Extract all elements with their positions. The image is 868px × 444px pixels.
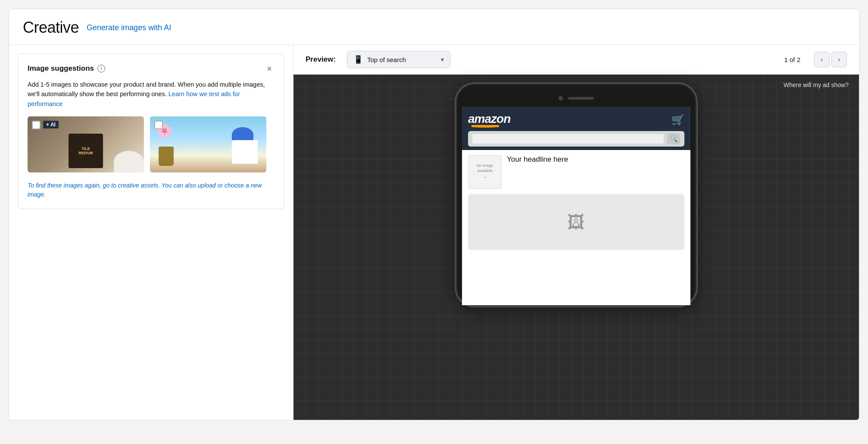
amazon-logo-text: amazon: [468, 112, 510, 126]
where-show-text: Where will my ad show?: [784, 81, 849, 88]
cart-icon: 🛒: [671, 114, 684, 126]
add-image-placeholder: 🖼: [568, 213, 585, 232]
headline-text: Your headline here: [507, 146, 568, 163]
dropdown-text: Top of search: [367, 56, 437, 63]
page-header: Creative Generate images with AI: [9, 9, 859, 45]
left-panel: Image suggestions i × Add 1-5 images to …: [9, 45, 293, 420]
preview-label: Preview:: [306, 55, 336, 64]
nav-buttons: ‹ ›: [814, 52, 847, 67]
preview-dropdown[interactable]: 📱 Top of search ▾: [347, 51, 450, 68]
phone-top-bar: [462, 92, 690, 104]
suggestions-description: Add 1-5 images to showcase your product …: [28, 80, 275, 109]
search-bar[interactable]: 🔍: [468, 131, 684, 147]
image-2-bg: 🌸: [150, 116, 266, 172]
amazon-smile-small-icon: ⌣: [483, 173, 487, 181]
preview-area: Where will my ad show? amazon: [293, 75, 859, 420]
phone-mockup: amazon 🛒 🔍: [456, 83, 697, 306]
search-bar-inner: [472, 134, 664, 144]
image-1-bowl: [114, 151, 144, 172]
close-button[interactable]: ×: [264, 63, 275, 74]
image-checkbox-1[interactable]: [32, 121, 41, 129]
page-title: Creative: [23, 19, 79, 37]
right-panel: Preview: 📱 Top of search ▾ 1 of 2 ‹ › Wh…: [293, 45, 859, 420]
suggestions-header: Image suggestions i ×: [28, 63, 275, 74]
suggestions-note: To find these images again, go to creati…: [28, 181, 275, 199]
chevron-down-icon: ▾: [441, 56, 444, 63]
phone-icon: 📱: [353, 55, 363, 64]
main-content: Image suggestions i × Add 1-5 images to …: [9, 45, 859, 420]
sponsored-unit: No image available ⌣ Your headline here: [462, 150, 690, 194]
image-checkbox-2[interactable]: [154, 121, 163, 129]
image-thumb-2[interactable]: 🌸: [150, 116, 266, 172]
image-2-jar: [159, 147, 174, 166]
amazon-logo-area: amazon 🛒: [468, 112, 684, 128]
no-image-text-2: available: [477, 169, 493, 174]
suggestions-title: Image suggestions: [28, 64, 94, 73]
phone-screen: amazon 🛒 🔍: [462, 107, 690, 305]
main-card: Creative Generate images with AI Image s…: [9, 9, 859, 420]
phone-camera-icon: [559, 96, 563, 100]
search-icon: 🔍: [667, 133, 680, 144]
generate-images-link[interactable]: Generate images with AI: [87, 23, 171, 32]
ai-badge: + AI: [43, 121, 59, 128]
image-2-building: [232, 140, 258, 164]
page-counter: 1 of 2: [784, 56, 800, 63]
preview-toolbar: Preview: 📱 Top of search ▾ 1 of 2 ‹ ›: [293, 45, 859, 75]
image-thumb-1[interactable]: + AI TILEREPAIR: [28, 116, 144, 172]
no-image-text-1: No image: [477, 163, 493, 169]
next-button[interactable]: ›: [831, 52, 847, 67]
product-grid: 🖼: [468, 194, 684, 250]
add-image-icon: 🖼: [568, 213, 585, 232]
amazon-smile-icon: [468, 125, 503, 128]
suggestions-card: Image suggestions i × Add 1-5 images to …: [18, 53, 284, 209]
info-icon[interactable]: i: [97, 65, 105, 72]
phone-speaker-icon: [568, 97, 594, 100]
suggestions-title-group: Image suggestions i: [28, 64, 105, 73]
images-row: + AI TILEREPAIR 🌸: [28, 116, 275, 172]
prev-button[interactable]: ‹: [814, 52, 830, 67]
amazon-logo-group: amazon: [468, 112, 510, 128]
no-image-box: No image available ⌣: [468, 155, 502, 189]
amazon-header: amazon 🛒 🔍: [462, 107, 690, 150]
image-1-product: TILEREPAIR: [69, 134, 103, 168]
